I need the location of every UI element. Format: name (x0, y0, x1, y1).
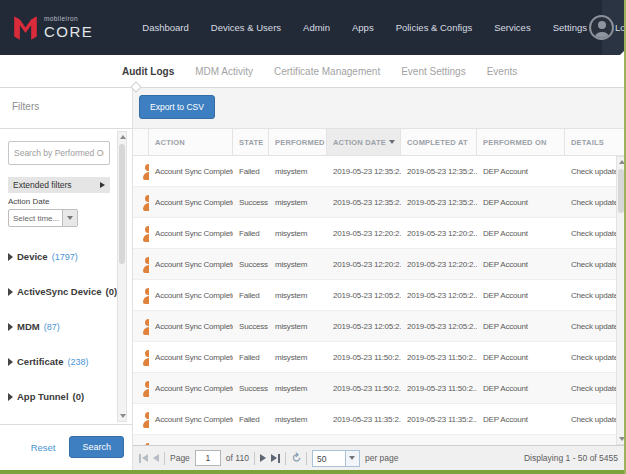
table-row[interactable]: Account Sync Completed Failed misystem 2… (133, 404, 626, 435)
cell-state: Failed (233, 218, 269, 248)
table-row[interactable]: Account Sync Completed Success misystem … (133, 249, 626, 280)
brand-name: mobileiron (44, 16, 93, 23)
section-count: (0) (73, 391, 85, 402)
search-button[interactable]: Search (69, 436, 124, 458)
cell-performed-by: misystem (269, 156, 327, 186)
dropdown-button[interactable] (345, 451, 359, 466)
cell-action: Account Sync Completed (149, 373, 233, 403)
search-input[interactable] (8, 141, 110, 165)
filter-panel: Extended filters Action Date Select time… (0, 128, 132, 425)
user-icon (142, 164, 149, 180)
nav-dashboard[interactable]: Dashboard (136, 0, 194, 55)
page-size-dropdown[interactable]: 50 (312, 450, 360, 467)
cell-action-date: 2019-05-23 11:50:2... (327, 373, 401, 403)
header-performed-on[interactable]: PERFORMED ON (477, 129, 565, 155)
dropdown-button[interactable] (62, 210, 77, 226)
scroll-down-icon[interactable] (120, 414, 126, 418)
table-row[interactable]: Account Sync Completed Success misystem … (133, 311, 626, 342)
section-label: Certificate (17, 356, 63, 367)
table-row[interactable]: Account Sync Completed Failed misystem 2… (133, 218, 626, 249)
header-action[interactable]: ACTION (149, 129, 233, 155)
nav-devices-users[interactable]: Devices & Users (205, 0, 287, 55)
cell-state: Success (233, 435, 269, 445)
cell-action-date: 2019-05-23 11:35:2... (327, 404, 401, 434)
extended-filters-button[interactable]: Extended filters (8, 177, 110, 193)
filter-section-certificate[interactable]: Certificate (238) (8, 356, 124, 367)
separator (254, 452, 255, 465)
nav-policies-configs[interactable]: Policies & Configs (390, 0, 479, 55)
header-performed-by[interactable]: PERFORMED BY (269, 129, 327, 155)
cell-completed-at: 2019-05-23 11:50:2... (401, 373, 477, 403)
top-nav: Dashboard Devices & Users Admin Apps Pol… (131, 0, 626, 55)
user-icon (142, 381, 149, 397)
tab-certificate-management[interactable]: Certificate Management (274, 66, 380, 77)
cell-action-date: 2019-05-23 12:20:2... (327, 249, 401, 279)
filter-section-device[interactable]: Device (1797) (8, 251, 124, 262)
filter-section-activesync-device[interactable]: ActiveSync Device (0) (8, 286, 124, 297)
cell-action: Account Sync Completed (149, 404, 233, 434)
cell-completed-at: 2019-05-23 12:35:2... (401, 187, 477, 217)
sort-desc-icon[interactable] (389, 140, 395, 144)
cell-completed-at: 2019-05-23 12:20:2... (401, 249, 477, 279)
nav-services[interactable]: Services (488, 0, 536, 55)
cell-action: Account Sync Completed (149, 218, 233, 248)
reset-link[interactable]: Reset (31, 442, 56, 453)
separator (306, 452, 307, 465)
tab-mdm-activity[interactable]: MDM Activity (195, 66, 253, 77)
table-row[interactable]: Account Sync Completed Failed misystem 2… (133, 342, 626, 373)
tab-events[interactable]: Events (487, 66, 518, 77)
tab-audit-logs[interactable]: Audit Logs (122, 66, 174, 77)
page-size-value: 50 (313, 451, 345, 466)
table-body: Account Sync Completed Failed misystem 2… (133, 156, 626, 445)
cell-completed-at: 2019-05-23 12:35:2... (401, 156, 477, 186)
filter-section-mdm[interactable]: MDM (87) (8, 321, 124, 332)
scroll-thumb[interactable] (119, 144, 125, 264)
last-page-button[interactable] (271, 454, 280, 463)
first-page-button[interactable] (139, 454, 148, 463)
cell-completed-at: 2019-05-23 12:05:2... (401, 280, 477, 310)
table-row[interactable]: Account Sync Completed Success misystem … (133, 187, 626, 218)
cell-action-date: 2019-05-23 12:05:2... (327, 311, 401, 341)
filters-title: Filters (0, 88, 132, 128)
page-label: Page (170, 453, 190, 463)
cell-performed-on: DEP Account (477, 156, 565, 186)
cell-performed-by: misystem (269, 342, 327, 372)
tab-event-settings[interactable]: Event Settings (401, 66, 465, 77)
nav-settings[interactable]: Settings (547, 0, 593, 55)
scroll-up-icon[interactable] (120, 135, 126, 139)
table-row[interactable]: Account Sync Completed Failed misystem 2… (133, 156, 626, 187)
cell-action-date: 2019-05-23 12:20:2... (327, 218, 401, 248)
cell-performed-on: DEP Account (477, 404, 565, 434)
table-row[interactable]: Account Sync Completed Failed misystem 2… (133, 280, 626, 311)
next-page-button[interactable] (260, 454, 266, 462)
cell-state: Failed (233, 280, 269, 310)
table-row[interactable]: Account Sync Completed Success misystem … (133, 373, 626, 404)
table-row[interactable]: Account Sync Completed Success misystem … (133, 435, 626, 445)
section-count: (0) (106, 286, 118, 297)
cell-performed-by: misystem (269, 187, 327, 217)
user-avatar-icon[interactable] (589, 15, 614, 40)
cell-action: Account Sync Completed (149, 156, 233, 186)
header-completed-at[interactable]: COMPLETED AT (401, 129, 477, 155)
header-action-date-label: ACTION DATE (333, 138, 386, 147)
header-state[interactable]: STATE (233, 129, 269, 155)
section-count: (238) (67, 357, 88, 367)
chevron-down-icon (67, 216, 73, 220)
time-select-dropdown[interactable]: Select time... (8, 209, 78, 227)
header-action-date[interactable]: ACTION DATE (327, 129, 401, 155)
export-csv-button[interactable]: Export to CSV (139, 95, 215, 119)
header-details[interactable]: DETAILS (565, 129, 626, 155)
filter-section-app-tunnel[interactable]: App Tunnel (0) (8, 391, 124, 402)
refresh-icon[interactable]: ↻ (288, 450, 304, 466)
separator (164, 452, 165, 465)
sidebar-scrollbar[interactable] (117, 131, 127, 422)
table-toolbar: Export to CSV (133, 88, 626, 128)
nav-admin[interactable]: Admin (297, 0, 336, 55)
caret-right-icon (8, 288, 13, 296)
page-number-input[interactable] (195, 450, 221, 466)
chevron-right-icon (100, 182, 105, 188)
cell-performed-on: DEP Account (477, 249, 565, 279)
user-icon (142, 350, 149, 366)
nav-apps[interactable]: Apps (346, 0, 380, 55)
prev-page-button[interactable] (153, 454, 159, 462)
